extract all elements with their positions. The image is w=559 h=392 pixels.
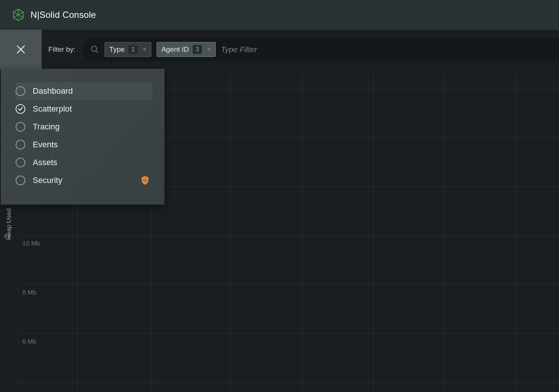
filter-chip-type[interactable]: Type 1 × bbox=[105, 42, 151, 57]
app-title: N|Solid Console bbox=[30, 10, 96, 20]
radio-icon bbox=[16, 122, 25, 132]
nav-panel: Dashboard Scatterplot Tracing Events Ass… bbox=[1, 69, 164, 205]
nav-label: Tracing bbox=[33, 122, 60, 132]
y-tick-label: 6 Mb bbox=[22, 338, 36, 346]
nav-label: Events bbox=[33, 140, 58, 150]
filter-chip-agent-id[interactable]: Agent ID 3 × bbox=[157, 42, 216, 57]
filter-by-label: Filter by: bbox=[48, 45, 76, 54]
svg-point-0 bbox=[91, 46, 97, 51]
nav-label: Assets bbox=[33, 158, 57, 167]
filter-input[interactable] bbox=[221, 38, 559, 61]
filter-search-area: Type 1 × Agent ID 3 × bbox=[82, 38, 559, 61]
nav-item-tracing[interactable]: Tracing bbox=[16, 118, 152, 136]
chip-label: Agent ID bbox=[161, 45, 189, 54]
filter-bar: Filter by: Type 1 × Agent ID 3 × bbox=[0, 30, 559, 69]
nav-item-dashboard[interactable]: Dashboard bbox=[16, 82, 152, 100]
radio-icon bbox=[16, 176, 25, 185]
chip-label: Type bbox=[109, 45, 125, 54]
app-logo-wrap[interactable]: N|Solid Console bbox=[11, 8, 96, 22]
nav-label: Scatterplot bbox=[33, 104, 72, 114]
svg-point-18 bbox=[146, 180, 147, 181]
radio-icon bbox=[16, 140, 25, 150]
radio-checked-icon bbox=[16, 104, 25, 114]
y-tick-label: 10 Mb bbox=[22, 240, 40, 247]
close-nav-button[interactable] bbox=[0, 30, 42, 69]
svg-point-17 bbox=[144, 180, 145, 181]
chip-count: 3 bbox=[193, 45, 202, 54]
search-icon bbox=[90, 45, 99, 54]
close-icon bbox=[15, 44, 26, 55]
nav-item-events[interactable]: Events bbox=[16, 136, 152, 154]
nav-item-security[interactable]: Security bbox=[16, 171, 152, 189]
expand-axis-icon[interactable] bbox=[4, 232, 11, 240]
radio-icon bbox=[16, 86, 25, 96]
radio-icon bbox=[16, 158, 25, 167]
nav-item-assets[interactable]: Assets bbox=[16, 154, 152, 171]
svg-line-1 bbox=[96, 51, 98, 53]
chip-remove-icon[interactable]: × bbox=[142, 46, 148, 53]
app-header: N|Solid Console bbox=[0, 0, 559, 30]
nav-label: Security bbox=[33, 176, 62, 185]
chip-remove-icon[interactable]: × bbox=[206, 46, 212, 53]
shield-icon bbox=[140, 175, 150, 186]
svg-point-19 bbox=[145, 181, 145, 181]
cube-logo-icon bbox=[11, 8, 25, 22]
nav-item-scatterplot[interactable]: Scatterplot bbox=[16, 100, 152, 118]
y-tick-label: 8 Mb bbox=[22, 289, 36, 296]
nav-label: Dashboard bbox=[33, 86, 73, 96]
chip-count: 1 bbox=[128, 45, 138, 54]
